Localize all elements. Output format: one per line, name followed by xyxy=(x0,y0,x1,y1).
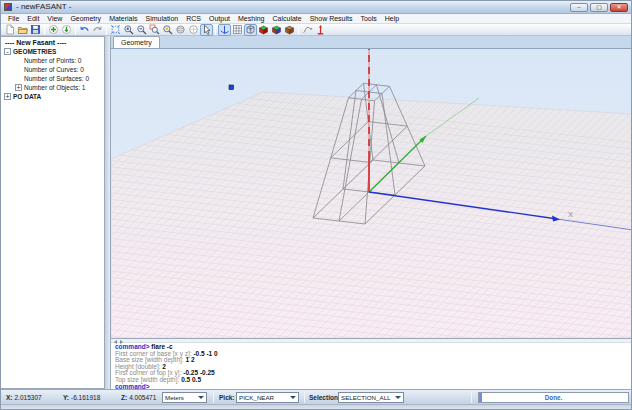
tree-node-number-of-points[interactable]: Number of Points: 0 xyxy=(1,56,104,65)
caret-down-icon xyxy=(290,396,296,399)
tree-panel: ---- New Fasant ---- -GEOMETRIESNumber o… xyxy=(1,36,105,389)
expand-icon[interactable]: + xyxy=(15,84,22,91)
toolbar-separator xyxy=(44,25,45,35)
menu-calculate[interactable]: Calculate xyxy=(268,14,305,24)
normals-tool-icon[interactable] xyxy=(314,24,327,36)
viewport-3d[interactable]: X xyxy=(111,49,632,338)
save-file-icon[interactable] xyxy=(29,24,42,36)
tree-node-label: Number of Points: 0 xyxy=(24,56,81,65)
view-wireframe-icon[interactable] xyxy=(244,24,257,36)
expand-icon[interactable]: + xyxy=(4,93,11,100)
tree-node-label: Number of Curves: 0 xyxy=(24,65,84,74)
tab-geometry[interactable]: Geometry xyxy=(113,36,160,48)
tree-node-number-of-curves[interactable]: Number of Curves: 0 xyxy=(1,65,104,74)
menu-geometry[interactable]: Geometry xyxy=(66,14,105,24)
select-cursor-icon[interactable] xyxy=(200,24,213,36)
window-bottom-edge xyxy=(1,404,631,410)
curve-tool-icon[interactable] xyxy=(301,24,314,36)
progress-fill xyxy=(479,393,482,402)
console-line: Base size [width depth]: 1 2 xyxy=(115,357,632,364)
menu-meshing[interactable]: Meshing xyxy=(234,14,268,24)
window-title: - newFASANT - xyxy=(16,1,71,13)
view-solid-green-icon[interactable] xyxy=(257,24,270,36)
zoom-window-icon[interactable] xyxy=(148,24,161,36)
toolbar-separator xyxy=(75,25,76,35)
caret-down-icon xyxy=(198,396,204,399)
point-marker[interactable] xyxy=(229,85,234,90)
coord-z-value: 4.005471 xyxy=(129,394,156,401)
tree-node-label: PO DATA xyxy=(13,92,41,101)
command-console: command> flare -cFirst corner of base [x… xyxy=(111,338,632,389)
progress-bar: Done. xyxy=(478,392,629,403)
tree-node-label: GEOMETRIES xyxy=(13,47,56,56)
menu-help[interactable]: Help xyxy=(381,14,403,24)
redo-icon[interactable] xyxy=(91,24,104,36)
menu-rcs[interactable]: RCS xyxy=(182,14,205,24)
toolbar-separator xyxy=(106,25,107,35)
export-geometry-icon[interactable] xyxy=(60,24,73,36)
project-tree: -GEOMETRIESNumber of Points: 0Number of … xyxy=(1,47,104,101)
scene-canvas: X xyxy=(111,49,632,338)
menu-edit[interactable]: Edit xyxy=(23,14,43,24)
menu-simulation[interactable]: Simulation xyxy=(142,14,183,24)
zoom-in-icon[interactable] xyxy=(122,24,135,36)
selection-label: Selection: xyxy=(309,394,340,401)
title-bar: - newFASANT - – ▢ ✕ xyxy=(1,1,631,14)
console-param-value: 0.5 0.5 xyxy=(181,376,201,383)
pan-icon[interactable] xyxy=(187,24,200,36)
zoom-fit-icon[interactable] xyxy=(109,24,122,36)
statusbar-separator xyxy=(471,392,472,403)
undo-icon[interactable] xyxy=(78,24,91,36)
console-param-value: 1 2 xyxy=(185,356,194,363)
console-splitter[interactable] xyxy=(111,339,632,343)
menu-tools[interactable]: Tools xyxy=(356,14,380,24)
units-dropdown[interactable]: Meters xyxy=(162,392,207,403)
pick-dropdown[interactable]: PICK_NEAR xyxy=(236,392,299,403)
console-line: Top size [width depth]: 0.5 0.5 xyxy=(115,377,632,384)
app-icon xyxy=(4,3,12,11)
tree-node-geometries[interactable]: -GEOMETRIES xyxy=(1,47,104,56)
toggle-grid-icon[interactable] xyxy=(231,24,244,36)
console-param-value: -0.5 -1 0 xyxy=(193,350,217,357)
menu-file[interactable]: File xyxy=(4,14,23,24)
coord-y-label: Y: xyxy=(63,394,69,401)
menu-materials[interactable]: Materials xyxy=(105,14,141,24)
tree-node-number-of-surfaces[interactable]: Number of Surfaces: 0 xyxy=(1,74,104,83)
view-solid-rgb-icon[interactable] xyxy=(270,24,283,36)
caret-down-icon xyxy=(395,396,401,399)
x-axis-label: X xyxy=(568,210,573,219)
import-geometry-icon[interactable] xyxy=(47,24,60,36)
collapse-icon[interactable]: - xyxy=(4,48,11,55)
content-area: ---- New Fasant ---- -GEOMETRIESNumber o… xyxy=(1,36,631,389)
view-solid-brown-icon[interactable] xyxy=(283,24,296,36)
new-file-icon[interactable] xyxy=(3,24,16,36)
toolbar-separator xyxy=(298,25,299,35)
main-area: Geometry X command> flare -cFirst corner… xyxy=(111,36,632,389)
pick-label: Pick: xyxy=(219,394,235,401)
console-output[interactable]: command> flare -cFirst corner of base [x… xyxy=(111,343,632,389)
app-window: - newFASANT - – ▢ ✕ FileEditViewGeometry… xyxy=(0,0,632,410)
toggle-axes-icon[interactable] xyxy=(218,24,231,36)
tree-node-po-data[interactable]: +PO DATA xyxy=(1,92,104,101)
toolbar xyxy=(1,24,631,36)
orbit-icon[interactable] xyxy=(174,24,187,36)
toolbar-separator xyxy=(215,25,216,35)
zoom-previous-icon[interactable] xyxy=(161,24,174,36)
coord-x-label: X: xyxy=(6,394,13,401)
window-controls: – ▢ ✕ xyxy=(570,3,628,12)
zoom-out-icon[interactable] xyxy=(135,24,148,36)
tree-root[interactable]: ---- New Fasant ---- xyxy=(1,37,104,47)
tab-strip: Geometry xyxy=(111,36,632,49)
maximize-button[interactable]: ▢ xyxy=(590,3,608,12)
tree-node-label: Number of Objects: 1 xyxy=(24,83,85,92)
close-button[interactable]: ✕ xyxy=(610,3,628,12)
minimize-button[interactable]: – xyxy=(570,3,588,12)
menu-output[interactable]: Output xyxy=(205,14,234,24)
menu-view[interactable]: View xyxy=(43,14,66,24)
open-file-icon[interactable] xyxy=(16,24,29,36)
menu-show-results[interactable]: Show Results xyxy=(306,14,357,24)
tree-node-label: Number of Surfaces: 0 xyxy=(24,74,89,83)
statusbar-separator xyxy=(304,392,305,403)
selection-dropdown[interactable]: SELECTION_ALL xyxy=(338,392,404,403)
tree-node-number-of-objects[interactable]: +Number of Objects: 1 xyxy=(1,83,104,92)
